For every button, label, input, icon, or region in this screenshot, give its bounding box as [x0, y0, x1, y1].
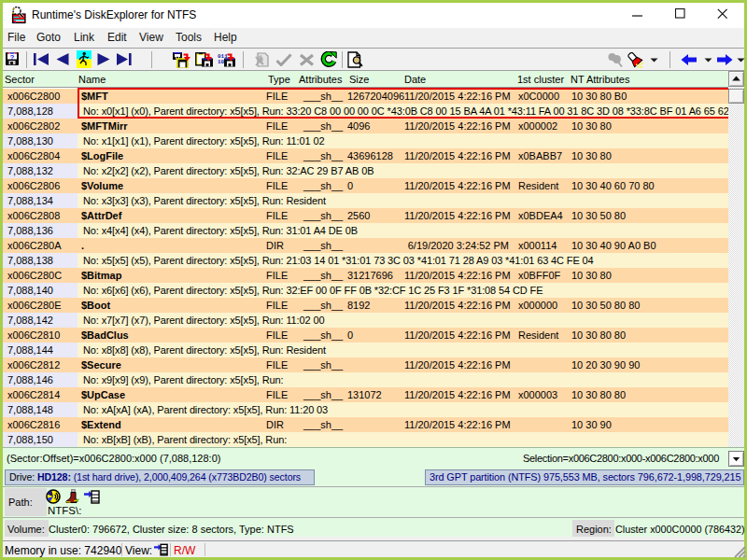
svg-text:?: ?: [10, 53, 15, 62]
